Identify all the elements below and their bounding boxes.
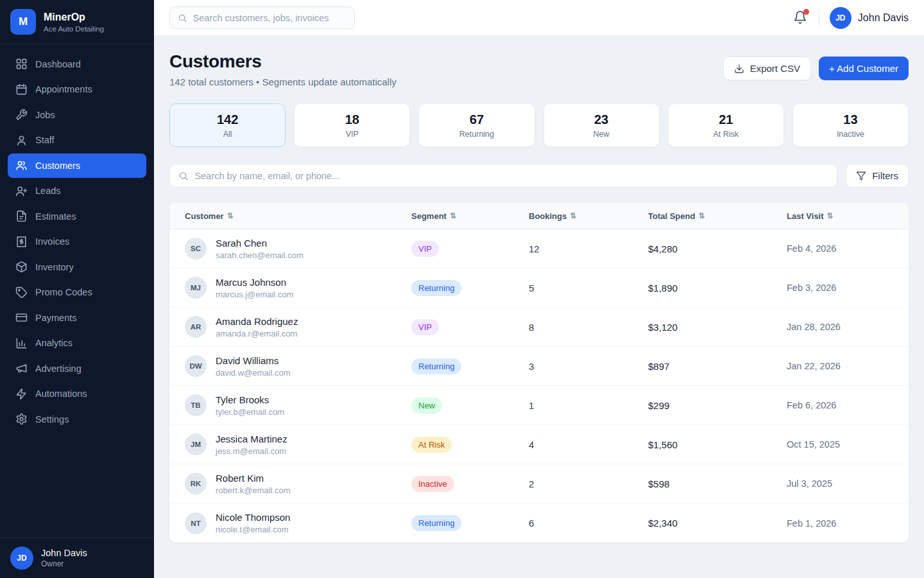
stat-card-inactive[interactable]: 13 Inactive <box>792 103 909 147</box>
sidebar-item-staff[interactable]: Staff <box>8 128 146 153</box>
global-search[interactable] <box>169 6 355 29</box>
sort-icon: ⇅ <box>698 211 705 220</box>
sidebar-item-settings[interactable]: Settings <box>8 407 146 432</box>
column-label: Bookings <box>529 211 567 221</box>
customer-name: David Williams <box>216 355 291 366</box>
stat-value: 18 <box>345 112 359 127</box>
avatar: JD <box>10 547 33 570</box>
topbar-user[interactable]: JD John Davis <box>830 7 909 29</box>
stat-value: 13 <box>843 112 857 127</box>
inventory-icon <box>15 261 28 273</box>
page-subtitle: 142 total customers • Segments update au… <box>169 76 397 87</box>
stat-label: At Risk <box>713 130 739 139</box>
sidebar-item-inventory[interactable]: Inventory <box>8 255 146 279</box>
table-body: SC Sarah Chen sarah.chen@email.com VIP 1… <box>169 229 909 543</box>
avatar: AR <box>185 316 207 338</box>
sidebar-item-label: Invoices <box>35 236 69 247</box>
customers-table: Customer ⇅ Segment ⇅ Bookings ⇅ Total Sp… <box>169 203 909 543</box>
avatar: DW <box>185 355 207 377</box>
settings-icon <box>15 413 28 425</box>
sidebar-item-customers[interactable]: Customers <box>8 153 146 178</box>
table-row[interactable]: DW David Williams david.w@email.com Retu… <box>169 347 909 386</box>
sidebar-item-payments[interactable]: Payments <box>8 306 146 330</box>
segment-badge: VIP <box>411 241 439 257</box>
sort-icon: ⇅ <box>450 211 456 220</box>
page-title: Customers <box>169 51 397 72</box>
column-header-last-visit[interactable]: Last Visit ⇅ <box>787 211 893 221</box>
sidebar-item-invoices[interactable]: Invoices <box>8 230 146 254</box>
topbar: JD John Davis <box>154 0 924 36</box>
segment-badge: Inactive <box>411 476 454 492</box>
stat-card-new[interactable]: 23 New <box>543 103 660 147</box>
customer-email: sarah.chen@email.com <box>216 250 304 260</box>
customer-email: tyler.b@email.com <box>216 407 284 417</box>
dashboard-icon <box>15 58 28 70</box>
stat-card-returning[interactable]: 67 Returning <box>418 103 535 147</box>
customer-search[interactable] <box>169 164 837 188</box>
sidebar-user-role: Owner <box>41 559 87 568</box>
avatar: JM <box>185 434 207 455</box>
column-header-bookings[interactable]: Bookings ⇅ <box>529 211 648 221</box>
table-row[interactable]: NT Nicole Thompson nicole.t@email.com Re… <box>169 504 909 543</box>
export-csv-button[interactable]: Export CSV <box>723 57 811 80</box>
brand-subtitle: Ace Auto Detailing <box>44 25 104 33</box>
sidebar-item-analytics[interactable]: Analytics <box>8 331 146 356</box>
bookings-value: 1 <box>529 400 648 411</box>
sidebar-item-promo-codes[interactable]: Promo Codes <box>8 281 146 305</box>
customers-icon <box>15 159 28 171</box>
stat-card-all[interactable]: 142 All <box>169 103 286 147</box>
table-row[interactable]: AR Amanda Rodriguez amanda.r@email.com V… <box>169 308 909 347</box>
bookings-value: 3 <box>529 361 648 372</box>
stat-card-vip[interactable]: 18 VIP <box>294 103 410 147</box>
sidebar-item-automations[interactable]: Automations <box>8 382 146 407</box>
brand-name: MinerOp <box>44 12 104 23</box>
total-spend-value: $598 <box>648 478 787 489</box>
last-visit-value: Feb 3, 2026 <box>787 283 893 293</box>
total-spend-value: $897 <box>648 361 787 372</box>
bookings-value: 2 <box>529 478 648 489</box>
avatar: JD <box>830 7 851 29</box>
table-row[interactable]: TB Tyler Brooks tyler.b@email.com New 1 … <box>169 386 909 425</box>
column-header-total-spend[interactable]: Total Spend ⇅ <box>648 211 787 221</box>
column-header-segment[interactable]: Segment ⇅ <box>411 211 529 221</box>
last-visit-value: Feb 1, 2026 <box>787 518 893 529</box>
customer-name: Amanda Rodriguez <box>216 316 298 327</box>
customer-search-input[interactable] <box>195 171 829 181</box>
customer-name: Marcus Johnson <box>216 277 294 288</box>
sidebar-item-jobs[interactable]: Jobs <box>8 103 146 127</box>
topbar-divider <box>819 10 819 26</box>
customer-name: Nicole Thompson <box>216 512 290 523</box>
table-row[interactable]: MJ Marcus Johnson marcus.j@email.com Ret… <box>169 268 909 308</box>
table-row[interactable]: RK Robert Kim robert.k@email.com Inactiv… <box>169 464 909 504</box>
jobs-icon <box>15 109 28 121</box>
sort-icon: ⇅ <box>827 211 834 220</box>
staff-icon <box>15 134 28 146</box>
last-visit-value: Jan 28, 2026 <box>787 322 893 332</box>
segment-badge: Returning <box>411 515 461 531</box>
add-customer-button[interactable]: + Add Customer <box>819 57 909 80</box>
sidebar-user[interactable]: JD John Davis Owner <box>0 538 154 578</box>
filters-button[interactable]: Filters <box>846 164 909 188</box>
sidebar-item-label: Payments <box>35 313 76 323</box>
last-visit-value: Feb 4, 2026 <box>787 243 893 254</box>
sort-icon: ⇅ <box>570 211 576 220</box>
sidebar-item-appointments[interactable]: Appointments <box>8 78 146 102</box>
table-row[interactable]: JM Jessica Martinez jess.m@email.com At … <box>169 425 909 464</box>
sidebar-item-estimates[interactable]: Estimates <box>8 204 146 229</box>
sidebar-user-name: John Davis <box>41 548 87 558</box>
sidebar-item-advertising[interactable]: Advertising <box>8 356 146 381</box>
notifications-button[interactable] <box>793 10 809 26</box>
add-customer-label: + Add Customer <box>829 63 898 74</box>
total-spend-value: $2,340 <box>648 518 787 529</box>
sidebar: M MinerOp Ace Auto Detailing Dashboard A… <box>0 0 154 578</box>
sidebar-item-dashboard[interactable]: Dashboard <box>8 52 146 76</box>
stat-card-at-risk[interactable]: 21 At Risk <box>668 103 784 147</box>
column-header-customer[interactable]: Customer ⇅ <box>185 211 411 221</box>
last-visit-value: Oct 15, 2025 <box>787 439 893 450</box>
sidebar-item-leads[interactable]: Leads <box>8 179 146 204</box>
table-row[interactable]: SC Sarah Chen sarah.chen@email.com VIP 1… <box>169 229 909 268</box>
global-search-input[interactable] <box>193 13 346 23</box>
column-label: Segment <box>411 211 447 221</box>
notification-dot <box>803 9 809 15</box>
column-label: Total Spend <box>648 211 695 221</box>
